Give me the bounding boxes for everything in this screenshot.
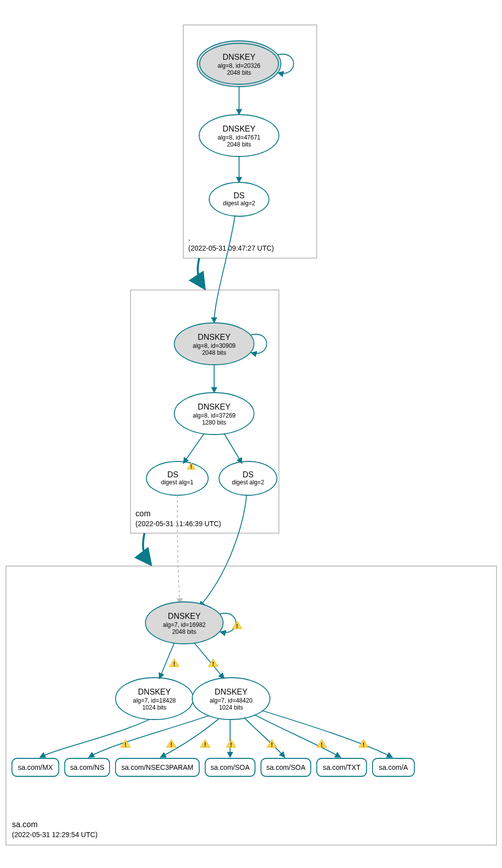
- svg-text:sa.com/NSEC3PARAM: sa.com/NSEC3PARAM: [122, 763, 193, 771]
- node-com-zsk: DNSKEY alg=8, id=37269 1280 bits: [174, 393, 254, 434]
- edge-com-ds2-sa-ksk: [199, 495, 247, 607]
- svg-text:!: !: [236, 622, 238, 630]
- edge-deleg-com-sa: [143, 533, 150, 564]
- edge-zsk2-txt: [254, 715, 341, 757]
- zone-com-ts: (2022-05-31 11:46:39 UTC): [135, 520, 221, 528]
- svg-text:alg=8, id=20326: alg=8, id=20326: [218, 62, 260, 69]
- warning-icon: !: [169, 659, 179, 668]
- svg-text:2048 bits: 2048 bits: [227, 69, 251, 76]
- svg-text:digest alg=2: digest alg=2: [223, 200, 255, 207]
- node-com-ksk: DNSKEY alg=8, id=30909 2048 bits: [174, 323, 254, 365]
- zone-root-label: .: [188, 234, 190, 242]
- svg-text:!: !: [204, 741, 206, 748]
- zone-root-ts: (2022-05-31 09:47:27 UTC): [188, 244, 274, 252]
- svg-text:DS: DS: [243, 470, 253, 479]
- svg-text:sa.com/NS: sa.com/NS: [70, 763, 104, 771]
- node-sa-ksk: DNSKEY alg=7, id=16982 2048 bits: [145, 602, 223, 644]
- svg-text:DNSKEY: DNSKEY: [198, 333, 231, 341]
- svg-text:DNSKEY: DNSKEY: [168, 612, 201, 620]
- svg-text:DNSKEY: DNSKEY: [223, 53, 255, 61]
- svg-text:!: !: [125, 741, 126, 748]
- node-com-ds1: DS digest alg=1 !: [146, 461, 208, 495]
- svg-text:2048 bits: 2048 bits: [202, 349, 227, 356]
- warning-icon: !: [232, 621, 242, 630]
- node-sa-zsk2: DNSKEY alg=7, id=48420 1024 bits: [192, 678, 270, 720]
- zone-sa-label: sa.com: [12, 820, 38, 829]
- warning-icon: !: [166, 739, 176, 748]
- svg-text:alg=8, id=37269: alg=8, id=37269: [193, 412, 236, 419]
- svg-text:DNSKEY: DNSKEY: [215, 688, 248, 696]
- edge-com-zsk-ds1: [183, 434, 204, 463]
- edge-zsk2-ns: [89, 716, 209, 757]
- svg-text:DS: DS: [234, 191, 245, 200]
- svg-text:sa.com/SOA: sa.com/SOA: [211, 763, 250, 771]
- node-root-ds: DS digest alg=2: [209, 182, 269, 216]
- svg-text:!: !: [190, 463, 192, 470]
- edge-com-zsk-ds2: [224, 434, 242, 463]
- svg-text:!: !: [170, 741, 172, 748]
- svg-text:sa.com/SOA: sa.com/SOA: [266, 763, 306, 771]
- warning-icon: !: [200, 739, 210, 748]
- svg-text:alg=7, id=18428: alg=7, id=18428: [133, 697, 176, 704]
- edge-zsk2-nsec3: [160, 719, 219, 757]
- svg-text:alg=8, id=47671: alg=8, id=47671: [218, 134, 260, 141]
- svg-text:2048 bits: 2048 bits: [227, 141, 251, 148]
- zone-com-label: com: [135, 509, 150, 518]
- svg-text:sa.com/TXT: sa.com/TXT: [323, 763, 361, 771]
- svg-text:!: !: [321, 741, 323, 748]
- svg-text:DNSKEY: DNSKEY: [198, 403, 231, 411]
- dnssec-diagram: . (2022-05-31 09:47:27 UTC) DNSKEY alg=8…: [0, 0, 502, 868]
- edge-zsk1-mx: [40, 720, 149, 757]
- svg-text:alg=8, id=30909: alg=8, id=30909: [193, 342, 236, 349]
- svg-text:digest alg=1: digest alg=1: [161, 479, 193, 486]
- svg-text:!: !: [230, 741, 232, 748]
- zone-sa-ts: (2022-05-31 12:29:54 UTC): [12, 831, 98, 839]
- edge-root-ds-com-ksk: [214, 215, 235, 323]
- svg-text:!: !: [173, 660, 175, 668]
- node-root-ksk: DNSKEY alg=8, id=20326 2048 bits: [197, 41, 281, 87]
- svg-text:!: !: [212, 660, 214, 668]
- warning-icon: !: [208, 659, 218, 668]
- svg-text:sa.com/A: sa.com/A: [379, 763, 408, 771]
- svg-text:digest alg=2: digest alg=2: [232, 479, 264, 486]
- edge-deleg-root-com: [198, 258, 204, 288]
- warning-icon: !: [317, 739, 327, 748]
- svg-text:1024 bits: 1024 bits: [142, 704, 167, 711]
- warning-icon: !: [359, 739, 369, 748]
- svg-text:sa.com/MX: sa.com/MX: [18, 763, 53, 771]
- edge-sa-ksk-zsk1: [159, 643, 174, 679]
- svg-text:1280 bits: 1280 bits: [202, 419, 227, 426]
- svg-text:DNSKEY: DNSKEY: [138, 688, 171, 696]
- node-root-zsk: DNSKEY alg=8, id=47671 2048 bits: [199, 115, 279, 156]
- svg-text:1024 bits: 1024 bits: [219, 704, 244, 711]
- edge-com-ds1-sa-ksk: [177, 495, 180, 604]
- node-com-ds2: DS digest alg=2: [219, 461, 277, 495]
- svg-text:DNSKEY: DNSKEY: [223, 125, 255, 133]
- warning-icon: !: [226, 739, 236, 748]
- svg-text:2048 bits: 2048 bits: [172, 628, 197, 635]
- rrset-row: sa.com/MX sa.com/NS sa.com/NSEC3PARAM sa…: [12, 758, 414, 776]
- svg-text:!: !: [271, 741, 273, 748]
- node-sa-zsk1: DNSKEY alg=7, id=18428 1024 bits: [116, 678, 193, 720]
- svg-text:DS: DS: [167, 470, 178, 479]
- svg-text:!: !: [363, 741, 365, 748]
- edge-zsk2-soa2: [244, 718, 285, 757]
- svg-text:alg=7, id=48420: alg=7, id=48420: [210, 697, 252, 704]
- svg-text:alg=7, id=16982: alg=7, id=16982: [163, 621, 206, 628]
- edge-sa-ksk-zsk2: [194, 643, 224, 679]
